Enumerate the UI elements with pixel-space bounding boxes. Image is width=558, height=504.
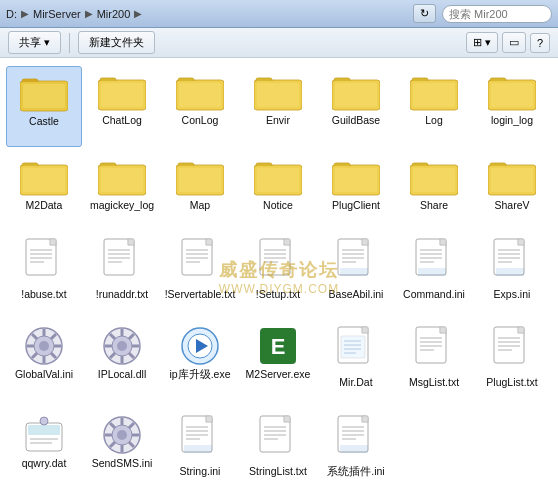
file-item[interactable]: PlugList.txt <box>474 322 550 407</box>
path-sep3: ▶ <box>134 8 142 19</box>
file-item[interactable]: !Setup.txt <box>240 234 316 319</box>
svg-point-121 <box>117 341 127 351</box>
file-item[interactable]: !Servertable.txt <box>162 234 238 319</box>
file-item[interactable]: ChatLog <box>84 66 160 147</box>
txt-icon <box>414 326 454 374</box>
folder-icon <box>176 70 224 112</box>
file-item[interactable]: 系统插件.ini <box>318 411 394 496</box>
file-label: login_log <box>491 114 533 128</box>
svg-rect-158 <box>28 425 60 435</box>
file-item[interactable]: !runaddr.txt <box>84 234 160 319</box>
txt-icon <box>102 238 142 286</box>
svg-rect-190 <box>362 416 368 422</box>
file-item[interactable]: !abuse.txt <box>6 234 82 319</box>
file-item[interactable]: M2Data <box>6 151 82 230</box>
file-item[interactable]: String.ini <box>162 411 238 496</box>
file-item[interactable]: GuildBase <box>318 66 394 147</box>
folder-icon <box>20 71 68 113</box>
file-item[interactable]: login_log <box>474 66 550 147</box>
file-label: magickey_log <box>90 199 154 213</box>
file-item[interactable]: StringList.txt <box>240 411 316 496</box>
file-item[interactable]: IPLocal.dll <box>84 322 160 407</box>
toolbar-separator <box>69 33 70 53</box>
svg-rect-195 <box>340 445 368 453</box>
svg-rect-138 <box>341 336 365 358</box>
file-item[interactable]: Map <box>162 151 238 230</box>
file-item[interactable]: magickey_log <box>84 151 160 230</box>
file-label: String.ini <box>180 465 221 479</box>
file-item[interactable]: PlugClient <box>318 151 394 230</box>
svg-rect-47 <box>335 168 377 192</box>
file-label: ConLog <box>182 114 219 128</box>
svg-point-161 <box>40 417 48 425</box>
svg-rect-15 <box>257 83 299 107</box>
view-options-button[interactable]: ⊞ ▾ <box>466 32 498 53</box>
path-mirserver[interactable]: MirServer <box>33 8 81 20</box>
file-item[interactable]: Mir.Dat <box>318 322 394 407</box>
svg-rect-99 <box>418 268 446 276</box>
path-sep1: ▶ <box>21 8 29 19</box>
file-item[interactable]: qqwry.dat <box>6 411 82 496</box>
svg-rect-35 <box>101 168 143 192</box>
new-folder-button[interactable]: 新建文件夹 <box>78 31 155 54</box>
file-item[interactable]: Castle <box>6 66 82 147</box>
title-bar: D: ▶ MirServer ▶ Mir200 ▶ ↻ <box>0 0 558 28</box>
folder-icon <box>98 70 146 112</box>
file-item[interactable]: E M2Server.exe <box>240 322 316 407</box>
refresh-button[interactable]: ↻ <box>413 4 436 23</box>
file-item[interactable]: ip库升级.exe <box>162 322 238 407</box>
file-item[interactable]: Command.ini <box>396 234 472 319</box>
svg-rect-11 <box>179 83 221 107</box>
ini-icon <box>414 238 454 286</box>
txt-icon <box>492 326 532 374</box>
file-item[interactable]: GlobalVal.ini <box>6 322 82 407</box>
svg-rect-175 <box>206 416 212 422</box>
svg-rect-43 <box>257 168 299 192</box>
file-label: !abuse.txt <box>21 288 67 302</box>
preview-button[interactable]: ▭ <box>502 32 526 53</box>
toolbar-right: ⊞ ▾ ▭ ? <box>466 32 550 53</box>
file-label: Exps.ini <box>494 288 531 302</box>
file-item[interactable]: Notice <box>240 151 316 230</box>
svg-rect-102 <box>518 239 524 245</box>
svg-rect-145 <box>440 327 446 333</box>
file-item[interactable]: ConLog <box>162 66 238 147</box>
ini-icon <box>336 238 376 286</box>
file-label: qqwry.dat <box>22 457 67 471</box>
file-label: Log <box>425 114 443 128</box>
svg-rect-55 <box>491 168 533 192</box>
file-item[interactable]: MsgList.txt <box>396 322 472 407</box>
address-bar[interactable]: D: ▶ MirServer ▶ Mir200 ▶ <box>6 8 409 20</box>
file-item[interactable]: SendSMS.ini <box>84 411 160 496</box>
gear2-icon <box>24 415 64 455</box>
svg-rect-183 <box>284 416 290 422</box>
file-item[interactable]: Exps.ini <box>474 234 550 319</box>
file-item[interactable]: ShareV <box>474 151 550 230</box>
search-input[interactable] <box>442 5 552 23</box>
folder-icon <box>254 70 302 112</box>
svg-rect-86 <box>362 239 368 245</box>
folder-icon <box>488 70 536 112</box>
m2server-icon: E <box>258 326 298 366</box>
file-item[interactable]: BaseAbil.ini <box>318 234 394 319</box>
file-item[interactable]: Share <box>396 151 472 230</box>
file-label: Castle <box>29 115 59 129</box>
dat-icon <box>336 326 376 374</box>
folder-icon <box>332 155 380 197</box>
share-button[interactable]: 共享 ▾ <box>8 31 61 54</box>
file-label: Envir <box>266 114 290 128</box>
help-button[interactable]: ? <box>530 33 550 53</box>
svg-rect-31 <box>23 168 65 192</box>
gear-icon <box>24 326 64 366</box>
svg-rect-152 <box>518 327 524 333</box>
svg-rect-58 <box>50 239 56 245</box>
path-mir200[interactable]: Mir200 <box>97 8 131 20</box>
file-item[interactable]: Log <box>396 66 472 147</box>
file-label: Mir.Dat <box>339 376 372 390</box>
file-item[interactable]: Envir <box>240 66 316 147</box>
folder-icon <box>254 155 302 197</box>
file-label: !Setup.txt <box>256 288 300 302</box>
gear-icon <box>102 326 142 366</box>
path-drive[interactable]: D: <box>6 8 17 20</box>
file-label: MsgList.txt <box>409 376 459 390</box>
